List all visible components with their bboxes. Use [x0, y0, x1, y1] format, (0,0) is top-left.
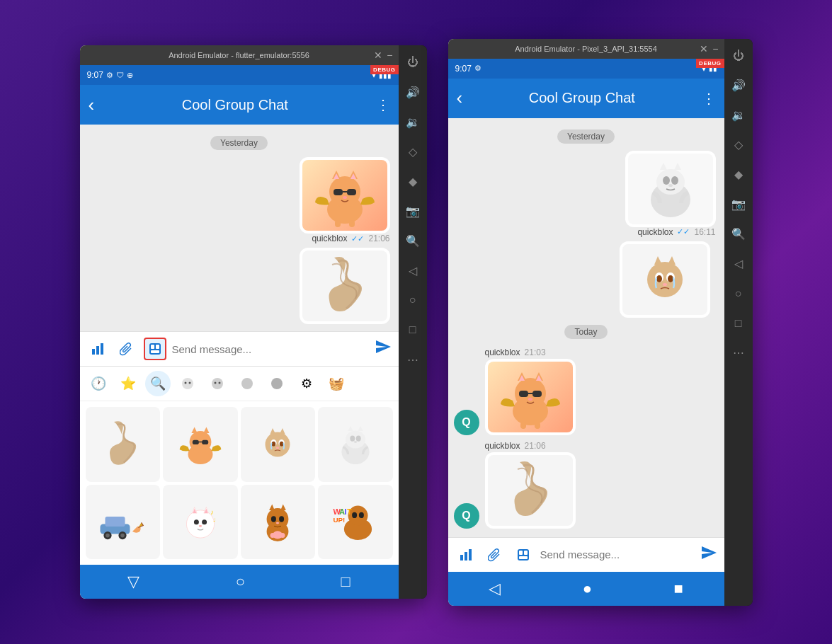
svg-point-34 [266, 432, 290, 456]
shape2-btn-2[interactable]: ◆ [727, 163, 750, 186]
svg-marker-44 [348, 426, 353, 431]
message-row-1: quickblox ✓✓ 21:06 [80, 156, 399, 246]
sender-1: quickblox [312, 234, 347, 243]
svg-rect-6 [334, 189, 343, 195]
attach-button-1[interactable] [115, 338, 138, 360]
sticker-cell-white-cat[interactable]: ♪ ♩ [163, 485, 238, 560]
sticker-cell-crying[interactable] [241, 407, 316, 482]
nav-bar-2: ◁ ● ■ [448, 572, 724, 606]
camera-btn-2[interactable]: 📷 [727, 193, 750, 216]
svg-point-89 [671, 176, 678, 185]
nav-home-2[interactable]: ● [583, 580, 592, 598]
sticker-bubble-cat2 [485, 359, 576, 435]
sticker-button-1[interactable] [144, 338, 166, 360]
app-bar-2: ‹ Cool Group Chat ⋮ [448, 79, 724, 118]
sticker-cell-orange-cat[interactable] [241, 485, 316, 560]
vol-up-btn-2[interactable]: 🔊 [727, 74, 750, 97]
sticker-bacon-1 [302, 251, 387, 321]
nav-recents-2[interactable]: ■ [673, 580, 683, 598]
chat-area-1[interactable]: Yesterday [80, 125, 399, 331]
store-sticker-tab-1[interactable]: 🧺 [324, 371, 349, 396]
send-button-2[interactable] [700, 544, 717, 565]
nav-back-1[interactable]: ▽ [127, 573, 139, 591]
camera-btn-1[interactable]: 📷 [401, 200, 424, 222]
svg-rect-113 [469, 549, 472, 560]
minimize-button-2[interactable]: − [712, 44, 718, 54]
back-button-1[interactable]: ‹ [89, 94, 95, 116]
back-button-2[interactable]: ‹ [457, 87, 463, 109]
message-input-2[interactable] [540, 548, 695, 560]
circle-btn-1[interactable]: ○ [401, 289, 424, 311]
sticker-panel-tabs-1: 🕐 ⭐ 🔍 [80, 367, 399, 401]
titlebar-text-2: Android Emulator - Pixel_3_API_31:5554 [515, 45, 657, 53]
sticker-cell-wrapped[interactable] [318, 407, 393, 482]
titlebar-buttons-1: ✕ − [374, 50, 392, 60]
cat4-tab-1[interactable] [264, 371, 290, 396]
vol-down-btn-1[interactable]: 🔉 [401, 110, 424, 133]
sticker-cell-waitup[interactable]: W A I T UP! [318, 485, 393, 560]
more-btn-2[interactable]: ⋯ [727, 342, 750, 364]
message-input-1[interactable] [172, 343, 369, 355]
power-btn-2[interactable]: ⏻ [727, 45, 750, 67]
square-btn-1[interactable]: □ [401, 318, 424, 341]
zoom-btn-2[interactable]: 🔍 [727, 223, 750, 246]
sticker-cat-sunglasses-1 [302, 160, 387, 231]
recent-tab-1[interactable]: 🕐 [86, 371, 111, 396]
shape2-btn-1[interactable]: ◆ [401, 170, 424, 192]
svg-point-88 [663, 176, 670, 185]
nav-back-2[interactable]: ◁ [489, 580, 501, 598]
back-btn-1[interactable]: ◁ [401, 259, 424, 282]
back-btn-2[interactable]: ◁ [727, 253, 750, 275]
zoom-btn-1[interactable]: 🔍 [401, 229, 424, 252]
close-button-1[interactable]: ✕ [374, 50, 382, 60]
sender-2b: quickblox [485, 441, 520, 451]
sticker-cell-bacon[interactable] [86, 407, 161, 482]
close-button-2[interactable]: ✕ [700, 44, 708, 54]
nav-home-1[interactable]: ○ [236, 573, 245, 591]
sticker-grid-bacon [98, 416, 147, 473]
tab-cat4-icon [268, 375, 285, 392]
svg-rect-105 [519, 391, 528, 397]
shape1-btn-1[interactable]: ◇ [401, 140, 424, 163]
svg-text:♩: ♩ [212, 517, 215, 522]
fav-tab-1[interactable]: ⭐ [115, 371, 141, 396]
sticker-svg-bacon-1 [317, 251, 373, 321]
cat2-tab-1[interactable] [205, 371, 230, 396]
sticker-svg-cat2 [495, 365, 566, 429]
titlebar-2: Android Emulator - Pixel_3_API_31:5554 ✕… [448, 39, 724, 59]
cat3-tab-1[interactable] [234, 371, 260, 396]
search-tab-1[interactable]: 🔍 [145, 371, 171, 396]
attach-button-2[interactable] [484, 544, 506, 566]
more-button-2[interactable]: ⋮ [702, 90, 716, 107]
settings-sticker-tab-1[interactable]: ⚙ [294, 371, 319, 396]
more-btn-1[interactable]: ⋯ [401, 348, 424, 371]
vol-up-btn-1[interactable]: 🔊 [401, 81, 424, 103]
sticker-crying-2 [622, 244, 707, 315]
time-w2: 16:11 [694, 227, 715, 237]
svg-marker-67 [269, 505, 275, 510]
power-btn-1[interactable]: ⏻ [401, 51, 424, 74]
polls-button-1[interactable] [87, 338, 110, 360]
svg-rect-17 [156, 345, 159, 349]
sticker-cell-sunglasses[interactable] [163, 407, 238, 482]
phone-frame-1: Android Emulator - flutter_emulator:5556… [80, 45, 399, 599]
more-button-1[interactable]: ⋮ [376, 96, 390, 113]
cat1-tab-1[interactable] [175, 371, 200, 396]
circle-btn-2[interactable]: ○ [727, 282, 750, 305]
svg-rect-110 [535, 422, 540, 429]
emulator-window-2: Android Emulator - Pixel_3_API_31:5554 ✕… [448, 39, 753, 606]
status-bar-2: 9:07 ⚙ ▾ ▮▮ DEBUG [448, 59, 724, 79]
shape1-btn-2[interactable]: ◇ [727, 134, 750, 156]
polls-button-2[interactable] [455, 544, 478, 566]
vol-down-btn-2[interactable]: 🔉 [727, 104, 750, 127]
minimize-button-1[interactable]: − [387, 50, 392, 60]
sticker-cell-car[interactable] [86, 485, 161, 560]
send-button-1[interactable] [375, 338, 392, 360]
nav-recents-1[interactable]: □ [341, 573, 350, 591]
chat-area-2[interactable]: Yesterday [448, 118, 724, 537]
message-wrapper-left-bacon: Q quickblox 21:06 [448, 438, 724, 531]
titlebar-text-1: Android Emulator - flutter_emulator:5556 [169, 51, 309, 59]
square-btn-2[interactable]: □ [727, 312, 750, 335]
svg-rect-106 [532, 391, 542, 397]
sticker-button-2[interactable] [512, 544, 535, 566]
